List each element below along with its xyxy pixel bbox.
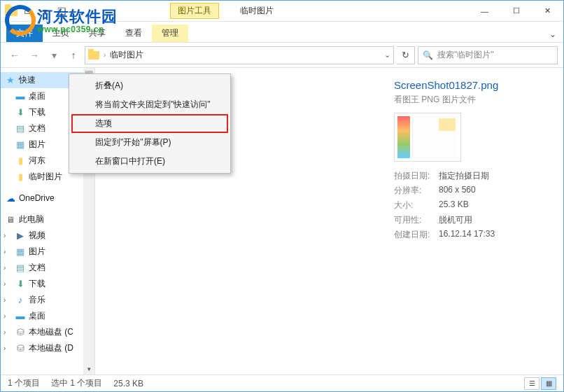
desktop-icon xyxy=(15,311,26,322)
ctx-pin-quick-access[interactable]: 将当前文件夹固定到"快速访问" xyxy=(71,95,228,114)
quick-access-toolbar: ▭ ▾ ❏ xyxy=(1,4,72,19)
preview-filename: ScreenShot01827.png xyxy=(394,79,552,91)
address-input[interactable]: › 临时图片 ⌄ xyxy=(85,46,394,64)
ctx-open-new-window[interactable]: 在新窗口中打开(E) xyxy=(71,152,228,171)
status-size: 25.3 KB xyxy=(113,379,143,388)
search-icon: 🔍 xyxy=(423,50,433,60)
property-row: 拍摄日期:指定拍摄日期 xyxy=(394,170,552,182)
chevron-right-icon[interactable]: › xyxy=(3,280,10,288)
sidebar-item-label: 此电脑 xyxy=(19,214,44,225)
disk-icon xyxy=(15,343,26,354)
sidebar-item-videos[interactable]: ›视频 xyxy=(1,227,94,244)
chevron-right-icon: › xyxy=(104,51,106,59)
folder-icon[interactable] xyxy=(3,4,19,19)
minimize-button[interactable]: — xyxy=(469,1,500,22)
chevron-down-icon[interactable]: ⌄ xyxy=(1,76,2,84)
breadcrumb[interactable]: 临时图片 xyxy=(110,49,143,61)
document-icon xyxy=(15,123,26,134)
star-icon xyxy=(5,75,16,86)
nav-forward-button[interactable]: → xyxy=(26,47,43,64)
ctx-collapse[interactable]: 折叠(A) xyxy=(71,76,228,95)
ribbon-file-tab[interactable]: 文件 xyxy=(6,24,43,42)
disk-icon xyxy=(15,327,26,338)
sidebar-item-label: 河东 xyxy=(29,155,45,167)
address-bar: ← → ▾ ↑ › 临时图片 ⌄ ↻ 🔍 搜索"临时图片" xyxy=(1,43,563,68)
sidebar-item-label: 图片 xyxy=(29,139,45,150)
sidebar-item-label: 下载 xyxy=(29,278,45,290)
property-value: 25.3 KB xyxy=(439,200,469,211)
status-item-count: 1 个项目 xyxy=(8,377,40,389)
sidebar-item-label: 视频 xyxy=(29,230,45,241)
search-placeholder: 搜索"临时图片" xyxy=(437,49,494,61)
scroll-down-icon[interactable]: ▾ xyxy=(83,363,94,374)
property-label: 拍摄日期: xyxy=(394,170,433,182)
sidebar-item-label: 快速 xyxy=(19,74,36,86)
window-title: 临时图片 xyxy=(240,5,274,17)
view-details-button[interactable]: ☰ xyxy=(524,377,540,390)
folder-icon xyxy=(15,172,26,183)
sidebar-item-label: 桌面 xyxy=(29,90,45,102)
address-folder-icon xyxy=(88,51,99,59)
ribbon-expand-icon[interactable]: ⌄ xyxy=(542,27,563,42)
sidebar-item-label: OneDrive xyxy=(19,193,55,203)
property-row: 创建日期:16.12.14 17:33 xyxy=(394,229,552,241)
sidebar-item-downloads2[interactable]: ›下载 xyxy=(1,276,94,292)
chevron-right-icon[interactable]: › xyxy=(3,328,10,336)
chevron-right-icon[interactable]: › xyxy=(3,296,10,304)
nav-back-button[interactable]: ← xyxy=(6,47,23,64)
chevron-right-icon[interactable]: › xyxy=(3,232,10,239)
nav-up-button[interactable]: ↑ xyxy=(65,47,82,64)
sidebar-item-desktop2[interactable]: ›桌面 xyxy=(1,308,94,324)
properties-icon[interactable]: ▭ xyxy=(20,4,36,19)
ribbon-tab-view[interactable]: 查看 xyxy=(115,24,152,42)
ctx-options[interactable]: 选项 xyxy=(71,114,228,133)
sidebar-item-label: 临时图片 xyxy=(29,171,62,183)
view-large-icons-button[interactable]: ▦ xyxy=(541,377,556,390)
chevron-right-icon[interactable]: › xyxy=(3,264,10,272)
contextual-tab-label: 图片工具 xyxy=(170,3,219,19)
ribbon-tabs: 文件 主页 共享 查看 管理 ⌄ xyxy=(1,22,563,43)
property-value: 16.12.14 17:33 xyxy=(439,229,495,241)
property-label: 分辨率: xyxy=(394,185,433,197)
sidebar-item-disk-c[interactable]: ›本地磁盘 (C xyxy=(1,324,94,340)
video-icon xyxy=(15,230,26,241)
picture-icon xyxy=(15,246,26,258)
ribbon-tab-home[interactable]: 主页 xyxy=(43,24,79,42)
ribbon-tab-manage[interactable]: 管理 xyxy=(152,24,188,42)
status-bar: 1 个项目 选中 1 个项目 25.3 KB ☰ ▦ xyxy=(1,374,563,391)
pc-icon xyxy=(5,214,16,225)
sidebar-item-pictures2[interactable]: ›图片 xyxy=(1,244,94,260)
property-value: 564 x 392 xyxy=(439,185,476,197)
chevron-right-icon[interactable]: › xyxy=(3,312,10,320)
close-button[interactable]: ✕ xyxy=(532,1,563,22)
cloud-icon xyxy=(5,192,16,204)
new-folder-icon[interactable]: ❏ xyxy=(54,4,69,19)
maximize-button[interactable]: ☐ xyxy=(500,1,532,22)
property-label: 创建日期: xyxy=(394,229,433,241)
qat-dropdown-icon[interactable]: ▾ xyxy=(37,4,52,19)
chevron-right-icon[interactable]: › xyxy=(1,195,2,202)
nav-recent-dropdown[interactable]: ▾ xyxy=(45,47,62,64)
sidebar-item-label: 文档 xyxy=(29,122,45,134)
search-input[interactable]: 🔍 搜索"临时图片" xyxy=(418,46,558,64)
ctx-pin-start[interactable]: 固定到"开始"屏幕(P) xyxy=(71,133,228,152)
chevron-right-icon[interactable]: › xyxy=(3,344,10,352)
refresh-button[interactable]: ↻ xyxy=(397,46,415,64)
download-icon xyxy=(15,107,26,118)
chevron-down-icon[interactable]: ⌄ xyxy=(1,216,2,223)
property-row: 分辨率:564 x 392 xyxy=(394,185,552,197)
ribbon-tab-share[interactable]: 共享 xyxy=(79,24,115,42)
property-label: 可用性: xyxy=(394,214,433,226)
chevron-right-icon[interactable]: › xyxy=(3,248,10,255)
property-value[interactable]: 指定拍摄日期 xyxy=(439,170,489,182)
sidebar-item-music[interactable]: ›音乐 xyxy=(1,292,94,308)
sidebar-item-documents2[interactable]: ›文档 xyxy=(1,260,94,276)
sidebar-this-pc[interactable]: ⌄此电脑 xyxy=(1,211,94,227)
property-row: 大小:25.3 KB xyxy=(394,200,552,211)
address-dropdown-icon[interactable]: ⌄ xyxy=(384,50,390,59)
preview-thumbnail xyxy=(394,113,461,162)
status-selection: 选中 1 个项目 xyxy=(51,377,102,389)
sidebar-item-disk-d[interactable]: ›本地磁盘 (D xyxy=(1,340,94,356)
music-icon xyxy=(15,295,26,306)
sidebar-onedrive[interactable]: ›OneDrive xyxy=(1,190,94,206)
